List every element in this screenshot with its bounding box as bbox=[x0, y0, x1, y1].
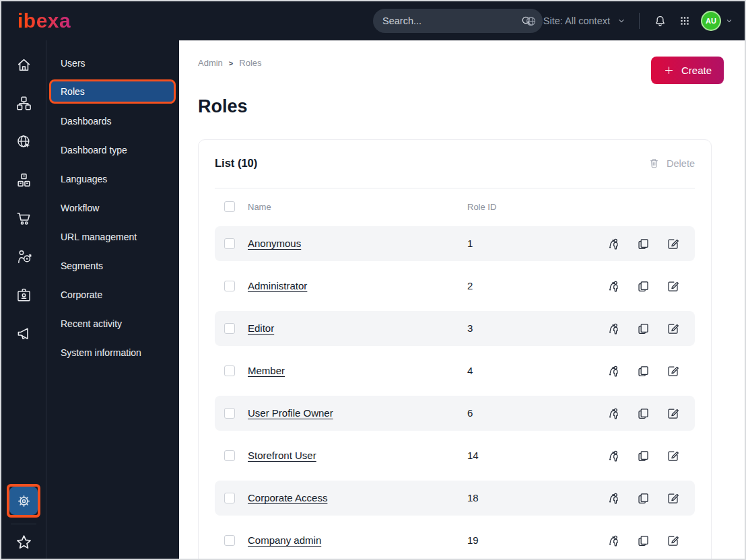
column-header-role-id: Role ID bbox=[467, 202, 592, 212]
rail-item-site[interactable] bbox=[6, 123, 41, 161]
role-name-link[interactable]: Member bbox=[248, 365, 285, 376]
edit-role-button[interactable] bbox=[666, 534, 680, 548]
role-name-link[interactable]: Anonymous bbox=[248, 238, 301, 249]
sidebar-item-workflow[interactable]: Workflow bbox=[46, 193, 179, 222]
assign-users-button[interactable] bbox=[607, 534, 621, 548]
role-name-link[interactable]: Corporate Access bbox=[248, 492, 327, 503]
edit-role-button[interactable] bbox=[666, 364, 680, 378]
sidebar-item-dashboard-type[interactable]: Dashboard type bbox=[46, 135, 179, 164]
copy-role-button[interactable] bbox=[636, 534, 650, 548]
role-name-link[interactable]: Administrator bbox=[248, 280, 307, 291]
copy-role-button[interactable] bbox=[636, 279, 650, 293]
edit-role-button[interactable] bbox=[666, 407, 680, 421]
sidebar-item-url-management[interactable]: URL management bbox=[46, 222, 179, 251]
select-all-checkbox[interactable] bbox=[224, 201, 235, 212]
role-name-link[interactable]: Company admin bbox=[248, 534, 321, 546]
table-row: Company admin 19 bbox=[215, 523, 695, 558]
admin-highlight-box bbox=[7, 484, 40, 518]
notifications-button[interactable] bbox=[652, 13, 669, 30]
rail-item-marketing[interactable] bbox=[6, 314, 41, 353]
sidebar-item-label: Corporate bbox=[61, 289, 102, 300]
role-name-link[interactable]: User Profile Owner bbox=[248, 407, 333, 419]
row-checkbox[interactable] bbox=[224, 323, 235, 334]
edit-role-button[interactable] bbox=[666, 237, 680, 251]
row-actions bbox=[592, 407, 680, 421]
sidebar-item-languages[interactable]: Languages bbox=[46, 164, 179, 193]
sidebar-item-label: Roles bbox=[61, 86, 85, 97]
sidebar-item-corporate[interactable]: Corporate bbox=[46, 280, 179, 309]
table-row: User Profile Owner 6 bbox=[215, 396, 695, 431]
copy-role-button[interactable] bbox=[636, 237, 650, 251]
row-checkbox[interactable] bbox=[224, 535, 235, 546]
corporate-badge-icon bbox=[15, 287, 32, 304]
edit-role-button[interactable] bbox=[666, 279, 680, 293]
column-header-name: Name bbox=[248, 202, 467, 212]
sidebar-item-label: Segments bbox=[61, 260, 103, 271]
assign-users-button[interactable] bbox=[607, 407, 621, 421]
sidebar-item-segments[interactable]: Segments bbox=[46, 251, 179, 280]
row-checkbox[interactable] bbox=[224, 238, 235, 249]
rail-item-admin[interactable] bbox=[9, 487, 38, 515]
breadcrumb-admin[interactable]: Admin bbox=[198, 58, 223, 68]
rail-item-commerce[interactable] bbox=[6, 199, 41, 238]
edit-icon bbox=[666, 491, 680, 505]
row-checkbox[interactable] bbox=[224, 365, 235, 376]
copy-role-button[interactable] bbox=[636, 322, 650, 336]
site-context-selector[interactable]: Site: All context bbox=[524, 15, 627, 28]
sidebar-item-dashboards[interactable]: Dashboards bbox=[46, 106, 179, 135]
role-id-value: 1 bbox=[467, 238, 473, 249]
create-button[interactable]: Create bbox=[651, 57, 724, 84]
role-name-link[interactable]: Storefront User bbox=[248, 450, 316, 461]
sidebar-item-roles[interactable]: Roles bbox=[49, 79, 176, 104]
edit-role-button[interactable] bbox=[666, 491, 680, 505]
rail-item-home[interactable] bbox=[6, 46, 41, 84]
role-name-link[interactable]: Editor bbox=[248, 322, 274, 334]
assign-users-button[interactable] bbox=[607, 237, 621, 251]
copy-role-button[interactable] bbox=[636, 364, 650, 378]
assign-users-button[interactable] bbox=[607, 364, 621, 378]
copy-role-button[interactable] bbox=[636, 407, 650, 421]
breadcrumb-roles[interactable]: Roles bbox=[239, 58, 261, 68]
row-actions bbox=[592, 491, 680, 505]
create-button-label: Create bbox=[681, 65, 712, 76]
rail-item-personalization[interactable] bbox=[6, 238, 41, 276]
user-menu[interactable]: AU bbox=[701, 11, 734, 31]
site-globe-cursor-icon bbox=[15, 133, 32, 150]
assign-users-icon bbox=[607, 534, 621, 548]
copy-icon bbox=[636, 534, 650, 548]
rail-item-content-tree[interactable] bbox=[6, 84, 41, 123]
assign-users-button[interactable] bbox=[607, 491, 621, 505]
rail-item-corporate[interactable] bbox=[6, 276, 41, 314]
rail-item-products[interactable] bbox=[6, 161, 41, 199]
breadcrumb: Admin > Roles bbox=[198, 58, 712, 68]
app-switcher-button[interactable] bbox=[677, 13, 692, 28]
edit-icon bbox=[666, 279, 680, 293]
assign-users-icon bbox=[607, 491, 621, 505]
trash-icon bbox=[648, 157, 660, 170]
row-checkbox[interactable] bbox=[224, 493, 235, 503]
row-checkbox[interactable] bbox=[224, 450, 235, 461]
role-id-value: 14 bbox=[467, 450, 479, 461]
plus-icon bbox=[663, 65, 675, 76]
sidebar-item-recent-activity[interactable]: Recent activity bbox=[46, 309, 179, 338]
ibexa-logo[interactable]: ibexa bbox=[18, 9, 71, 32]
row-checkbox[interactable] bbox=[224, 408, 235, 419]
copy-role-button[interactable] bbox=[636, 449, 650, 463]
edit-role-button[interactable] bbox=[666, 322, 680, 336]
copy-role-button[interactable] bbox=[636, 491, 650, 505]
role-id-value: 4 bbox=[467, 365, 473, 376]
rail-item-bookmarks[interactable] bbox=[6, 529, 41, 555]
delete-button[interactable]: Delete bbox=[648, 157, 695, 170]
sidebar-item-system-information[interactable]: System information bbox=[46, 338, 179, 367]
edit-icon bbox=[666, 322, 680, 336]
row-checkbox[interactable] bbox=[224, 281, 235, 291]
assign-users-button[interactable] bbox=[607, 449, 621, 463]
sidebar-item-users[interactable]: Users bbox=[46, 48, 179, 77]
search-input[interactable] bbox=[382, 15, 520, 26]
assign-users-button[interactable] bbox=[607, 322, 621, 336]
edit-role-button[interactable] bbox=[666, 449, 680, 463]
chevron-down-icon bbox=[724, 16, 734, 26]
chevron-down-icon bbox=[616, 15, 627, 26]
assign-users-button[interactable] bbox=[607, 279, 621, 293]
edit-icon bbox=[666, 407, 680, 421]
